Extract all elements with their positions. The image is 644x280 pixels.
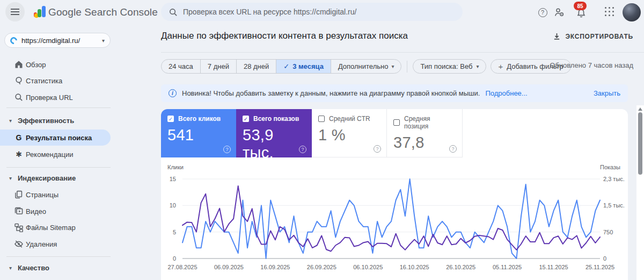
svg-text:2,3 тыс.: 2,3 тыс. xyxy=(603,176,625,182)
sidebar-item-label: Статистика xyxy=(26,77,62,85)
sidebar-section-performance[interactable]: ▾ Эффективность xyxy=(0,112,156,128)
info-icon: i xyxy=(169,89,177,97)
section-title: Индексирование xyxy=(18,174,76,182)
metric-card-impressions[interactable]: ✓Всего показов 53,9 тыс. ? xyxy=(236,109,312,157)
range-label: Дополнительно xyxy=(338,62,389,70)
help-circle-icon[interactable]: ? xyxy=(374,145,381,153)
metric-card-ctr[interactable]: Средний CTR 1 % ? xyxy=(312,109,387,157)
range-more[interactable]: Дополнительно ▾ xyxy=(331,60,401,73)
lightbulb-icon xyxy=(13,76,24,85)
updated-status: Обновлено 7 часов назад xyxy=(550,61,633,69)
svg-text:26.10.2025: 26.10.2025 xyxy=(446,264,475,270)
svg-text:26.09.2025: 26.09.2025 xyxy=(307,264,336,270)
checkbox-unchecked-icon[interactable] xyxy=(318,116,325,122)
search-type-chip[interactable]: Тип поиска: Веб ▾ xyxy=(413,59,486,74)
svg-text:05.11.2025: 05.11.2025 xyxy=(493,264,522,270)
date-range-group: 24 часа 7 дней 28 дней ✓ 3 месяца Дополн… xyxy=(161,59,401,74)
svg-text:25.11.2025: 25.11.2025 xyxy=(586,264,614,270)
export-button[interactable]: ЭКСПОРТИРОВАТЬ xyxy=(553,32,633,40)
sidebar-section-indexing[interactable]: ▾ Индексирование xyxy=(0,170,156,186)
chevron-down-icon: ▾ xyxy=(102,38,105,44)
scrollbar-thumb[interactable] xyxy=(638,112,642,175)
new-feature-banner: i Новинка! Чтобы добавить заметку к данн… xyxy=(161,84,628,102)
sidebar-item-label: Рекомендации xyxy=(26,150,74,159)
checkbox-checked-icon[interactable]: ✓ xyxy=(167,116,174,122)
eye-off-icon xyxy=(13,239,24,249)
sidebar-item-pages[interactable]: Страницы xyxy=(0,186,156,203)
range-label: 3 месяца xyxy=(292,62,324,70)
metric-value: 541 xyxy=(167,126,230,144)
metric-value: 53,9 тыс. xyxy=(243,126,305,162)
help-button[interactable]: ? xyxy=(537,6,548,18)
sidebar-divider xyxy=(6,256,111,257)
url-inspection-search[interactable]: Проверка всех URL на ресурсе https://cmd… xyxy=(161,3,463,21)
property-selector[interactable]: https://cmdigital.ru/ ▾ xyxy=(4,33,111,48)
sidebar-section-quality[interactable]: ▾ Качество xyxy=(0,260,156,276)
caret-down-icon: ▾ xyxy=(476,63,479,69)
range-28d[interactable]: 28 дней xyxy=(237,60,276,73)
help-circle-icon[interactable]: ? xyxy=(449,145,457,153)
google-g-icon: G xyxy=(13,133,24,142)
svg-text:16.09.2025: 16.09.2025 xyxy=(260,264,290,270)
caret-down-icon: ▾ xyxy=(391,63,394,69)
help-icon: ? xyxy=(538,8,547,17)
user-gear-icon xyxy=(554,7,565,18)
sidebar-divider xyxy=(6,107,111,108)
help-circle-icon[interactable]: ? xyxy=(223,146,231,153)
svg-text:750: 750 xyxy=(603,229,613,235)
sidebar-item-sitemaps[interactable]: Файлы Sitemap xyxy=(0,219,156,235)
sidebar-item-label: Удаления xyxy=(26,240,57,248)
sidebar-item-label: Результаты поиска xyxy=(26,134,92,142)
metric-card-clicks[interactable]: ✓Всего кликов 541 ? xyxy=(161,109,236,157)
sidebar-item-label: Файлы Sitemap xyxy=(26,224,76,232)
user-settings-button[interactable] xyxy=(553,6,565,18)
sidebar-item-url-inspection[interactable]: Проверка URL xyxy=(0,89,156,105)
svg-text:15: 15 xyxy=(170,176,176,182)
svg-text:Клики: Клики xyxy=(167,164,184,170)
banner-text: Новинка! Чтобы добавить заметку к данным… xyxy=(182,89,480,97)
checkbox-unchecked-icon[interactable] xyxy=(393,119,400,126)
help-circle-icon[interactable]: ? xyxy=(299,146,306,153)
property-url: https://cmdigital.ru/ xyxy=(21,37,98,45)
avatar[interactable] xyxy=(623,3,641,21)
performance-chart[interactable]: КликиПоказы005750101,5 тыс.152,3 тыс.27.… xyxy=(161,163,628,280)
svg-text:0: 0 xyxy=(173,255,176,262)
range-3m-selected[interactable]: ✓ 3 месяца xyxy=(276,60,331,73)
svg-text:Показы: Показы xyxy=(600,164,620,170)
svg-text:06.09.2025: 06.09.2025 xyxy=(214,264,244,270)
search-type-label: Тип поиска: Веб xyxy=(420,62,472,70)
scrollbar-up-arrow[interactable] xyxy=(638,107,642,111)
sidebar-divider xyxy=(6,167,111,168)
menu-button[interactable] xyxy=(5,2,25,21)
sidebar-item-overview[interactable]: Обзор xyxy=(0,56,156,73)
range-7d[interactable]: 7 дней xyxy=(201,60,237,73)
home-icon xyxy=(13,60,24,69)
banner-learn-more-link[interactable]: Подробнее... xyxy=(485,89,527,97)
svg-text:0: 0 xyxy=(603,255,606,262)
sidebar-item-label: Видео xyxy=(26,207,46,216)
caret-down-icon: ▾ xyxy=(9,265,12,271)
asterisk-icon: ✱ xyxy=(13,150,24,159)
range-24h[interactable]: 24 часа xyxy=(162,60,201,73)
apps-grid-button[interactable] xyxy=(605,7,614,17)
sidebar-item-video[interactable]: Видео xyxy=(0,203,156,219)
video-pages-icon xyxy=(13,206,24,216)
svg-text:1,5 тыс.: 1,5 тыс. xyxy=(603,202,625,209)
caret-down-icon: ▾ xyxy=(9,118,12,124)
section-title: Эффективность xyxy=(18,117,74,125)
metric-card-position[interactable]: Средняя позиция 37,8 ? xyxy=(387,109,463,157)
sidebar-item-insights[interactable]: Статистика xyxy=(0,73,156,89)
svg-text:16.10.2025: 16.10.2025 xyxy=(400,264,429,270)
metric-label: Средняя позиция xyxy=(404,115,456,130)
sidebar-item-removals[interactable]: Удаления xyxy=(0,236,156,252)
checkbox-checked-icon[interactable]: ✓ xyxy=(243,116,249,122)
notification-badge: 85 xyxy=(574,2,587,10)
banner-close-button[interactable]: Закрыть xyxy=(594,89,620,97)
svg-text:06.10.2025: 06.10.2025 xyxy=(353,264,383,270)
sidebar-item-search-results[interactable]: G Результаты поиска xyxy=(0,130,111,146)
export-label: ЭКСПОРТИРОВАТЬ xyxy=(565,33,633,40)
svg-text:10: 10 xyxy=(170,202,176,209)
pages-icon xyxy=(13,190,24,199)
sidebar-item-recommendations[interactable]: ✱ Рекомендации xyxy=(0,146,156,162)
divider xyxy=(161,52,644,53)
